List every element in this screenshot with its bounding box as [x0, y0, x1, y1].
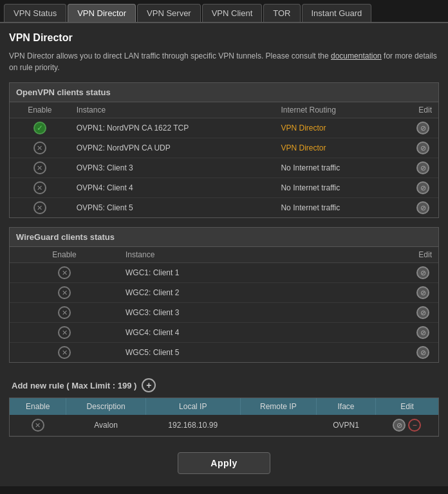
empty-cell	[316, 303, 354, 323]
enable-cell: ✕	[10, 415, 66, 436]
edit-icon[interactable]: ⊘	[416, 326, 429, 339]
enable-cell: ✕	[10, 158, 70, 178]
edit-icon[interactable]: ⊘	[416, 266, 429, 279]
disabled-icon[interactable]: ✕	[33, 181, 46, 194]
instance-cell: WGC1: Client 1	[119, 263, 316, 283]
edit-icon[interactable]: ⊘	[416, 181, 429, 194]
edit-icon[interactable]: ⊘	[416, 201, 429, 214]
tab-vpn-director[interactable]: VPN Director	[68, 4, 136, 22]
disabled-icon[interactable]: ✕	[58, 266, 71, 279]
openvpn-col-routing: Internet Routing	[274, 102, 392, 118]
remote-ip-cell	[240, 415, 316, 436]
enable-cell: ✕	[10, 138, 70, 158]
enable-cell: ✕	[10, 263, 119, 283]
disabled-icon[interactable]: ✕	[58, 286, 71, 299]
rules-section: Enable Description Local IP Remote IP If…	[9, 398, 439, 437]
edit-icon[interactable]: ⊘	[416, 286, 429, 299]
disabled-icon[interactable]: ✕	[32, 419, 44, 432]
edit-cell: ⊘	[392, 158, 438, 178]
table-row: ✕OVPN5: Client 5No Internet traffic⊘	[10, 198, 438, 218]
openvpn-table: Enable Instance Internet Routing Edit ✓O…	[10, 102, 438, 217]
table-row: ✕WGC3: Client 3⊘	[10, 303, 438, 323]
enabled-icon[interactable]: ✓	[33, 122, 46, 134]
wg-col-enable: Enable	[10, 247, 119, 263]
table-row: ✓OVPN1: NordVPN CA 1622 TCPVPN Director⊘	[10, 118, 438, 138]
enable-cell: ✓	[10, 118, 70, 138]
tab-vpn-status[interactable]: VPN Status	[4, 4, 66, 22]
table-row: ✕WGC4: Client 4⊘	[10, 323, 438, 343]
rules-col-enable: Enable	[10, 398, 66, 415]
enable-cell: ✕	[10, 283, 119, 303]
disabled-icon[interactable]: ✕	[33, 161, 46, 174]
openvpn-col-instance: Instance	[70, 102, 275, 118]
apply-btn-container: Apply	[9, 446, 439, 477]
routing-cell: No Internet traffic	[274, 158, 392, 178]
delete-icon[interactable]: −	[408, 419, 421, 432]
instance-cell: OVPN2: NordVPN CA UDP	[70, 138, 275, 158]
wireguard-table: Enable Instance Edit ✕WGC1: Client 1⊘✕WG…	[10, 247, 438, 362]
edit-icon[interactable]: ⊘	[416, 346, 429, 359]
wg-col-instance: Instance	[119, 247, 316, 263]
wireguard-section: WireGuard clients status Enable Instance…	[9, 227, 439, 363]
openvpn-col-enable: Enable	[10, 102, 70, 118]
disabled-icon[interactable]: ✕	[33, 142, 46, 154]
tab-instant-guard[interactable]: Instant Guard	[302, 4, 372, 22]
edit-cell: ⊘	[392, 118, 438, 138]
openvpn-section-header: OpenVPN clients status	[10, 83, 438, 102]
rules-col-description: Description	[66, 398, 145, 415]
edit-icon[interactable]: ⊘	[416, 161, 429, 174]
documentation-link[interactable]: documentation	[331, 51, 382, 60]
edit-icon[interactable]: ⊘	[416, 122, 429, 134]
instance-cell: WGC2: Client 2	[119, 283, 316, 303]
page-title: VPN Director	[9, 32, 439, 44]
tab-tor[interactable]: TOR	[263, 4, 300, 22]
wireguard-section-header: WireGuard clients status	[10, 228, 438, 247]
tab-vpn-server[interactable]: VPN Server	[137, 4, 201, 22]
rules-col-local-ip: Local IP	[145, 398, 240, 415]
edit-icon[interactable]: ⊘	[416, 306, 429, 319]
tab-vpn-client[interactable]: VPN Client	[202, 4, 263, 22]
table-row: ✕OVPN4: Client 4No Internet traffic⊘	[10, 178, 438, 198]
vpn-director-badge: VPN Director	[281, 143, 326, 152]
rules-table: Enable Description Local IP Remote IP If…	[10, 398, 438, 436]
add-rule-bar: Add new rule ( Max Limit : 199 ) +	[9, 372, 439, 398]
empty-cell	[316, 283, 354, 303]
openvpn-section: OpenVPN clients status Enable Instance I…	[9, 82, 439, 218]
content-area: VPN Director VPN Director allows you to …	[0, 23, 448, 486]
instance-cell: OVPN1: NordVPN CA 1622 TCP	[70, 118, 275, 138]
table-row: ✕OVPN2: NordVPN CA UDPVPN Director⊘	[10, 138, 438, 158]
rules-col-edit: Edit	[376, 398, 438, 415]
iface-cell: OVPN1	[316, 415, 375, 436]
instance-cell: OVPN3: Client 3	[70, 158, 275, 178]
enable-cell: ✕	[10, 303, 119, 323]
apply-button[interactable]: Apply	[178, 452, 270, 474]
openvpn-col-edit: Edit	[392, 102, 438, 118]
disabled-icon[interactable]: ✕	[58, 346, 71, 359]
edit-icon[interactable]: ⊘	[416, 142, 429, 154]
routing-cell: VPN Director	[274, 118, 392, 138]
disabled-icon[interactable]: ✕	[33, 201, 46, 214]
wg-col-empty	[316, 247, 354, 263]
instance-cell: WGC4: Client 4	[119, 323, 316, 343]
add-rule-label: Add new rule ( Max Limit : 199 )	[12, 381, 136, 390]
edit-cell: ⊘	[355, 283, 438, 303]
disabled-icon[interactable]: ✕	[58, 326, 71, 339]
description-cell: Avalon	[66, 415, 145, 436]
local-ip-cell: 192.168.10.99	[145, 415, 240, 436]
edit-cell: ⊘	[355, 323, 438, 343]
tab-bar: VPN Status VPN Director VPN Server VPN C…	[0, 0, 448, 23]
edit-icon[interactable]: ⊘	[393, 419, 406, 432]
enable-cell: ✕	[10, 343, 119, 363]
wg-col-edit: Edit	[355, 247, 438, 263]
rules-col-remote-ip: Remote IP	[240, 398, 316, 415]
edit-cell: ⊘	[392, 198, 438, 218]
table-row: ✕OVPN3: Client 3No Internet traffic⊘	[10, 158, 438, 178]
table-row: ✕WGC1: Client 1⊘	[10, 263, 438, 283]
disabled-icon[interactable]: ✕	[58, 306, 71, 319]
enable-cell: ✕	[10, 178, 70, 198]
routing-cell: No Internet traffic	[274, 178, 392, 198]
edit-cell: ⊘	[392, 138, 438, 158]
instance-cell: WGC3: Client 3	[119, 303, 316, 323]
add-rule-button[interactable]: +	[142, 378, 156, 392]
description-text-1: VPN Director allows you to direct LAN tr…	[9, 51, 331, 60]
